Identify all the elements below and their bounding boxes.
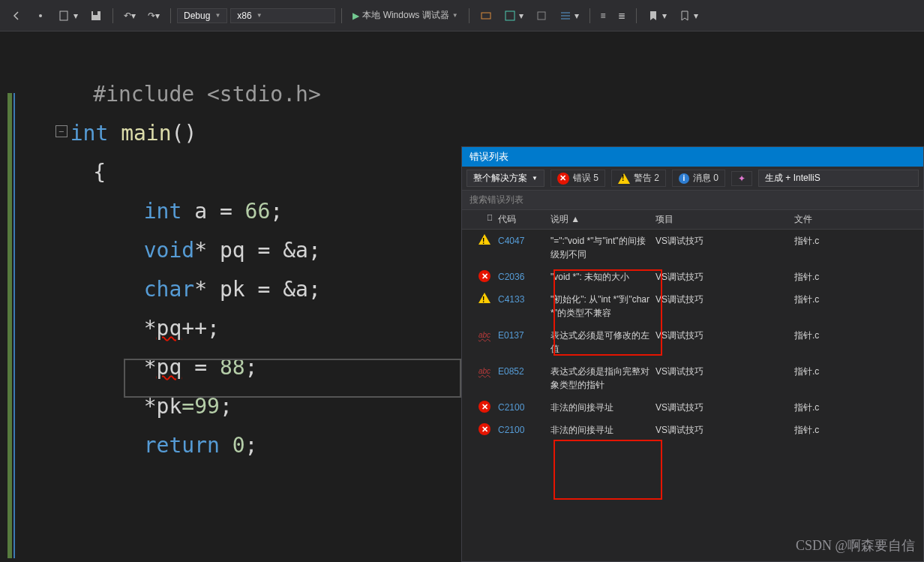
platform-label: x86	[237, 11, 251, 21]
error-panel-toolbar: 整个解决方案 ▼ ✕ 错误 5 警告 2 i 消息 0 ✦ 生成 + Intel…	[462, 167, 923, 191]
build-intellisense-dropdown[interactable]: 生成 + IntelliS	[758, 170, 919, 187]
highlight-box	[554, 440, 662, 500]
col-desc[interactable]: 说明 ▲	[548, 210, 652, 229]
toolbar-button[interactable]: ▾	[500, 7, 528, 25]
svg-point-0	[39, 14, 42, 17]
error-description: 表达式必须是可修改的左值	[548, 326, 652, 359]
toolbar-button[interactable]	[531, 7, 552, 25]
toolbar-button[interactable]: ≡	[596, 8, 610, 24]
debug-button-label: 本地 Windows 调试器	[362, 9, 448, 22]
info-icon: i	[679, 173, 689, 184]
errors-count: 错误 5	[573, 172, 598, 185]
toolbar-button[interactable]: ▾	[555, 7, 584, 25]
error-search-input[interactable]: 搜索错误列表	[462, 191, 923, 210]
messages-filter[interactable]: i 消息 0	[672, 170, 725, 187]
nav-back-button[interactable]	[6, 7, 27, 25]
bookmark-button[interactable]: ▾	[643, 7, 671, 25]
error-project: VS调试技巧	[652, 326, 791, 359]
toolbar-separator	[112, 8, 113, 23]
toolbar-separator	[590, 8, 590, 23]
error-description: "初始化": 从"int *"到"char *"的类型不兼容	[548, 290, 652, 323]
col-file[interactable]: 文件	[791, 210, 904, 229]
chevron-down-icon: ▼	[256, 12, 262, 19]
new-item-button[interactable]: ▾	[54, 7, 82, 25]
config-dropdown[interactable]: Debug ▼	[177, 8, 227, 23]
col-project[interactable]: 项目	[652, 210, 791, 229]
error-code: E0137	[498, 330, 524, 341]
config-label: Debug	[184, 11, 210, 21]
error-table-body: C4047"=":"void *"与"int"的间接级别不同VS调试技巧指针.c…	[462, 230, 923, 561]
error-file: 指针.c	[791, 398, 904, 417]
error-description: "void *": 未知的大小	[548, 267, 652, 287]
intellisense-icon: abc	[478, 365, 490, 378]
svg-rect-4	[482, 13, 490, 19]
error-list-panel: 错误列表 整个解决方案 ▼ ✕ 错误 5 警告 2 i 消息 0 ✦ 生成 + …	[461, 146, 924, 562]
warning-icon	[478, 293, 490, 303]
toolbar-button[interactable]	[30, 7, 51, 25]
errors-filter[interactable]: ✕ 错误 5	[550, 170, 605, 187]
code-line: #include <stdio.h>	[30, 75, 916, 114]
error-code: C4133	[498, 294, 524, 305]
undo-button[interactable]: ↶▾	[119, 8, 140, 24]
error-icon: ✕	[478, 270, 490, 282]
outline-marker	[14, 93, 15, 558]
svg-rect-3	[93, 11, 98, 15]
solution-scope-dropdown[interactable]: 整个解决方案 ▼	[466, 170, 544, 187]
platform-dropdown[interactable]: x86 ▼	[230, 8, 335, 23]
fold-minus-icon[interactable]: −	[56, 125, 68, 137]
error-description: 表达式必须是指向完整对象类型的指针	[548, 362, 652, 395]
error-file: 指针.c	[791, 420, 904, 440]
error-file: 指针.c	[791, 326, 904, 359]
error-row[interactable]: C4133"初始化": 从"int *"到"char *"的类型不兼容VS调试技…	[462, 288, 923, 324]
redo-button[interactable]: ↷▾	[143, 8, 164, 24]
dropdown-label: 整个解决方案	[473, 172, 527, 185]
error-project: VS调试技巧	[652, 420, 791, 440]
svg-rect-6	[538, 12, 545, 20]
error-file: 指针.c	[791, 267, 904, 287]
error-project: VS调试技巧	[652, 290, 791, 323]
filter-button[interactable]: ✦	[731, 171, 752, 186]
error-row[interactable]: ✕C2036"void *": 未知的大小VS调试技巧指针.c	[462, 266, 923, 288]
error-table-header: ⎕ 代码 说明 ▲ 项目 文件	[462, 210, 923, 230]
error-code: E0852	[498, 366, 524, 377]
warnings-filter[interactable]: 警告 2	[611, 170, 666, 187]
warnings-count: 警告 2	[634, 172, 659, 185]
toolbar-separator	[170, 8, 171, 23]
gutter	[0, 53, 22, 562]
error-project: VS调试技巧	[652, 231, 791, 264]
error-row[interactable]: ✕C2100非法的间接寻址VS调试技巧指针.c	[462, 396, 923, 419]
col-code[interactable]: 代码	[495, 210, 548, 229]
toolbar-separator	[341, 8, 342, 23]
error-code: C4047	[498, 236, 524, 246]
main-toolbar: ▾ ↶▾ ↷▾ Debug ▼ x86 ▼ ▶ 本地 Windows 调试器 ▼…	[0, 0, 924, 32]
chevron-down-icon: ▼	[532, 175, 538, 182]
error-code: C2036	[498, 272, 524, 282]
error-description: "=":"void *"与"int"的间接级别不同	[548, 231, 652, 264]
error-file: 指针.c	[791, 231, 904, 264]
error-row[interactable]: ✕C2100非法的间接寻址VS调试技巧指针.c	[462, 419, 923, 441]
col-icon[interactable]: ⎕	[462, 210, 495, 229]
toolbar-separator	[636, 8, 637, 23]
toolbar-button[interactable]	[476, 7, 496, 25]
error-row[interactable]: abcE0137表达式必须是可修改的左值VS调试技巧指针.c	[462, 324, 923, 360]
error-description: 非法的间接寻址	[548, 420, 652, 440]
dropdown-label: 生成 + IntelliS	[765, 172, 820, 185]
warning-icon	[478, 234, 490, 245]
error-row[interactable]: abcE0852表达式必须是指向完整对象类型的指针VS调试技巧指针.c	[462, 360, 923, 396]
error-project: VS调试技巧	[652, 267, 791, 287]
error-row[interactable]: C4047"=":"void *"与"int"的间接级别不同VS调试技巧指针.c	[462, 230, 923, 266]
error-file: 指针.c	[791, 290, 904, 323]
chevron-down-icon: ▼	[214, 12, 220, 19]
toolbar-separator	[469, 8, 470, 23]
save-button[interactable]	[86, 7, 106, 25]
start-debug-button[interactable]: ▶ 本地 Windows 调试器 ▼	[348, 6, 462, 25]
error-file: 指针.c	[791, 362, 904, 395]
toolbar-button[interactable]: ≣	[614, 8, 630, 24]
error-icon: ✕	[478, 423, 490, 435]
play-icon: ▶	[352, 11, 359, 21]
error-panel-title: 错误列表	[462, 147, 923, 167]
bookmark-button[interactable]: ▾	[674, 7, 703, 25]
watermark: CSDN @啊森要自信	[796, 536, 915, 554]
warning-icon	[618, 173, 630, 184]
error-code: C2100	[498, 402, 524, 413]
